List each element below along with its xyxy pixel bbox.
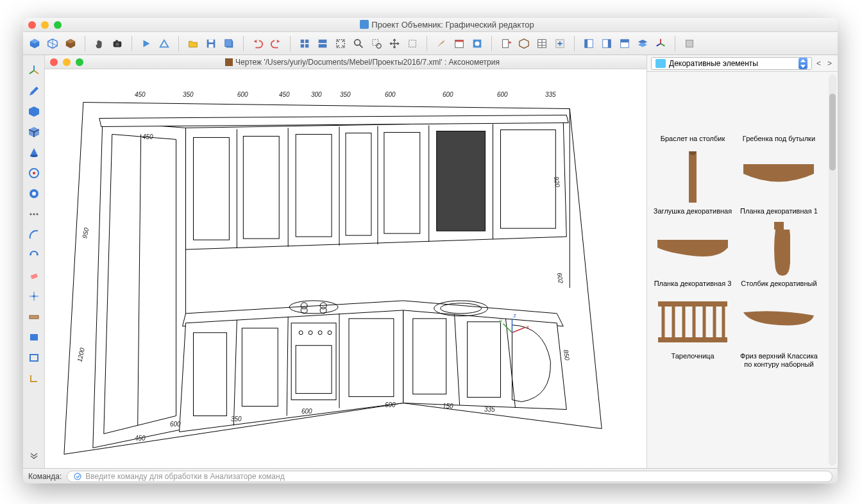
calendar-icon[interactable] — [452, 36, 467, 51]
svg-rect-96 — [437, 131, 486, 231]
inner-minimize-button[interactable] — [63, 58, 71, 66]
eraser-icon[interactable] — [26, 268, 42, 283]
minimize-button[interactable] — [41, 21, 49, 29]
library-item-label: Планка декоративная 3 — [651, 280, 734, 288]
cube-wire-icon[interactable] — [516, 36, 532, 51]
svg-rect-23 — [319, 39, 327, 42]
dim-bot-5: 150 — [443, 403, 453, 410]
library-item[interactable]: Браслет на столбик — [651, 76, 734, 143]
svg-marker-36 — [520, 38, 528, 47]
inner-maximize-button[interactable] — [76, 58, 83, 66]
library-item[interactable]: Фриз верхний Классика по контуру наборны… — [737, 293, 820, 369]
fit-icon[interactable] — [333, 36, 348, 51]
library-item[interactable]: Столбик декоративный — [737, 221, 820, 288]
library-item[interactable]: Гребенка под бутылки — [737, 76, 820, 143]
library-item-label: Столбик декоративный — [737, 280, 820, 288]
svg-rect-128 — [658, 301, 727, 307]
dim-top-7: 600 — [443, 91, 453, 98]
cone-icon[interactable] — [26, 145, 42, 160]
svg-rect-45 — [585, 39, 588, 47]
table-icon[interactable] — [534, 36, 550, 51]
redo-icon[interactable] — [268, 36, 283, 51]
circle-dot-icon[interactable] — [26, 186, 42, 201]
library-item[interactable]: Тарелочница — [651, 293, 734, 360]
svg-rect-127 — [774, 222, 784, 230]
library-next[interactable]: > — [825, 59, 834, 68]
library-prev[interactable]: < — [815, 59, 823, 68]
undo-icon[interactable] — [250, 36, 266, 51]
inner-window-title: Чертеж '/Users/yuriy/Documents/Mebel/Про… — [83, 58, 641, 67]
panel-left-icon[interactable] — [581, 36, 596, 51]
library-scrollbar[interactable] — [829, 74, 836, 466]
close-button[interactable] — [28, 21, 36, 29]
camera-icon[interactable] — [110, 36, 125, 51]
chevron-down-icon[interactable] — [26, 448, 42, 463]
library-item-label: Тарелочница — [651, 352, 734, 360]
inner-close-button[interactable] — [50, 58, 58, 66]
svg-rect-16 — [225, 39, 232, 46]
cube-solid-icon[interactable] — [26, 104, 42, 119]
svg-point-26 — [355, 39, 360, 45]
save-icon[interactable] — [203, 36, 219, 51]
zoom-icon[interactable] — [351, 36, 366, 51]
folder-icon — [655, 59, 666, 68]
dots-icon[interactable] — [26, 206, 42, 222]
axes-icon[interactable] — [653, 36, 668, 51]
brush-icon[interactable] — [434, 36, 449, 51]
panel-top-icon[interactable] — [617, 36, 632, 51]
library-body[interactable]: Браслет на столбик Гребенка под бутылки … — [647, 72, 838, 468]
command-input[interactable]: Введите команду для обработки в Анализат… — [67, 471, 832, 482]
drawing-canvas[interactable]: x y z 450 350 600 450 300 350 600 600 60… — [45, 69, 646, 468]
arc-1-icon[interactable] — [26, 227, 42, 242]
ruler-icon[interactable] — [26, 309, 42, 324]
layers-icon[interactable] — [635, 36, 650, 51]
svg-line-58 — [30, 71, 34, 74]
svg-rect-47 — [608, 39, 611, 47]
library-item[interactable]: Планка декоративная 3 — [651, 221, 734, 288]
open-icon[interactable] — [185, 36, 201, 51]
point-icon[interactable] — [26, 289, 42, 304]
arc-2-icon[interactable] — [26, 248, 42, 263]
panel-right-icon[interactable] — [599, 36, 614, 51]
svg-point-137 — [74, 473, 81, 480]
move-icon[interactable] — [387, 36, 402, 51]
library-item[interactable]: Планка декоративная 1 — [737, 148, 820, 215]
settings-icon[interactable] — [682, 36, 697, 51]
app-icon-tb[interactable] — [469, 36, 485, 51]
save-as-icon[interactable] — [221, 36, 237, 51]
doc-icon — [225, 58, 233, 66]
svg-marker-59 — [29, 106, 39, 117]
library-category-select[interactable]: Декоративные элементы — [651, 57, 812, 70]
corner-icon[interactable] — [26, 371, 42, 386]
axis-3d-icon[interactable] — [26, 63, 42, 78]
cube-wireframe-icon[interactable] — [26, 124, 42, 140]
library-item-label: Фриз верхний Классика по контуру наборны… — [737, 352, 820, 369]
grid-2-icon[interactable] — [315, 36, 330, 51]
dim-left-0: 450 — [142, 133, 153, 140]
dim-bot-2: 450 — [135, 435, 146, 442]
compass-icon[interactable] — [26, 165, 42, 181]
hand-icon[interactable] — [92, 36, 107, 51]
svg-rect-30 — [409, 40, 416, 47]
plus-icon[interactable] — [552, 36, 568, 51]
dim-top-3: 450 — [279, 91, 290, 98]
statusbar: Команда: Введите команду для обработки в… — [23, 468, 838, 483]
cube-blue-icon[interactable] — [27, 36, 42, 51]
cube-brown-icon[interactable] — [63, 36, 78, 51]
triangle-icon[interactable] — [156, 36, 172, 51]
play-icon[interactable] — [139, 36, 154, 51]
rect-outline-icon[interactable] — [26, 350, 42, 365]
export-icon[interactable] — [498, 36, 514, 51]
library-item[interactable]: Заглушка декоративная — [651, 148, 734, 215]
zoom-region-icon[interactable] — [369, 36, 384, 51]
grid-4-icon[interactable] — [297, 36, 312, 51]
svg-rect-78 — [30, 334, 38, 340]
cube-outline-icon[interactable] — [45, 36, 60, 51]
scrollbar-thumb[interactable] — [829, 94, 836, 171]
maximize-button[interactable] — [54, 21, 62, 29]
select-icon[interactable] — [405, 36, 420, 51]
rectangle-icon[interactable] — [26, 330, 42, 345]
svg-line-54 — [657, 44, 661, 46]
pencil-icon[interactable] — [26, 83, 42, 99]
dim-top-6: 600 — [385, 91, 396, 98]
